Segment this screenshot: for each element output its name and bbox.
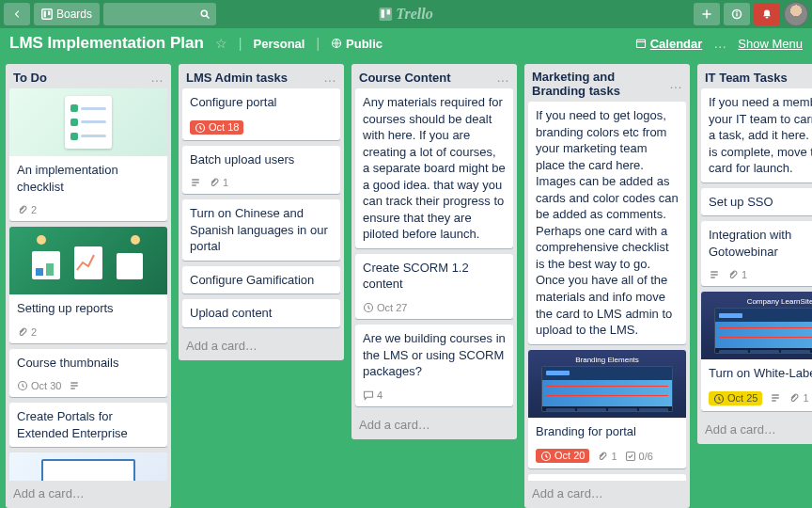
calendar-icon — [635, 38, 647, 49]
card-badges: Oct 20 1 0/6 — [528, 445, 686, 468]
card[interactable]: Turn on Chinese and Spanish languages in… — [182, 199, 340, 261]
card-title: If you need to get logos, branding color… — [536, 107, 679, 339]
card-badges: 1 — [701, 265, 812, 286]
card[interactable]: Create SCORM 1.2 content Oct 27 — [355, 254, 513, 319]
card-list: If you need to get logos, branding color… — [524, 102, 690, 481]
list-menu-button[interactable]: … — [669, 76, 682, 91]
add-card-button[interactable]: Add a card… — [179, 333, 344, 360]
header-left: Boards — [4, 3, 690, 25]
due-badge: Oct 25 — [709, 391, 762, 405]
boards-button[interactable]: Boards — [34, 3, 100, 25]
star-button[interactable]: ☆ — [215, 36, 227, 51]
card[interactable]: Are we building courses in the LMS or us… — [355, 325, 513, 406]
card[interactable]: Create Portals for Extended Enterprise — [9, 403, 167, 447]
card[interactable]: An implementation checklist 2 — [9, 88, 167, 221]
info-icon — [731, 8, 742, 20]
svg-rect-18 — [46, 263, 54, 276]
list-menu-button[interactable]: … — [150, 70, 164, 85]
list-title[interactable]: Marketing and Branding tasks — [532, 70, 669, 98]
card[interactable]: Course thumbnails Oct 30 — [9, 349, 167, 398]
trello-icon — [379, 8, 392, 21]
svg-point-3 — [201, 10, 207, 16]
card[interactable]: Branding ElementsBranding for portal Oct… — [528, 350, 686, 469]
list-title[interactable]: LMS Admin tasks — [186, 71, 288, 85]
header-right — [694, 2, 808, 26]
list: Marketing and Branding tasks…If you need… — [524, 64, 690, 508]
card-title: Any materials required for courses shoul… — [363, 94, 506, 243]
card[interactable]: Configure Gamification — [182, 266, 340, 294]
card-badges: 2 — [9, 323, 167, 343]
card-title: Are we building courses in the LMS or us… — [363, 330, 506, 380]
card-badges: Oct 30 — [9, 376, 167, 397]
card-title: Branding for portal — [536, 423, 679, 440]
card-cover — [9, 227, 167, 294]
list-header: To Do… — [6, 64, 171, 88]
card-title: Configure portal — [190, 94, 333, 111]
list-header: IT Team Tasks… — [697, 64, 812, 88]
card[interactable]: Gamifcation badges Nov 3 — [528, 474, 686, 481]
bell-icon — [761, 8, 773, 20]
list-menu-button[interactable]: … — [496, 70, 509, 85]
svg-rect-2 — [48, 11, 50, 16]
card[interactable]: If you need a member of your IT team to … — [701, 88, 812, 183]
global-header: Boards Trello — [0, 0, 812, 28]
list-header: Course Content… — [351, 64, 517, 88]
svg-rect-10 — [736, 11, 738, 13]
attachments-badge: 2 — [17, 326, 37, 338]
description-badge — [69, 380, 80, 391]
calendar-link[interactable]: Calendar — [635, 37, 703, 51]
card-badges: Oct 27 — [355, 298, 513, 319]
due-badge: Oct 27 — [363, 302, 407, 313]
create-button[interactable] — [694, 3, 720, 25]
card[interactable]: Any materials required for courses shoul… — [355, 88, 513, 248]
add-card-button[interactable]: Add a card… — [524, 481, 690, 508]
back-button[interactable] — [4, 3, 30, 25]
card-list: Any materials required for courses shoul… — [351, 88, 517, 412]
attachments-badge: 1 — [727, 269, 747, 280]
list-header: LMS Admin tasks… — [179, 64, 344, 88]
checklist-badge: 0/6 — [625, 451, 653, 462]
list-header: Marketing and Branding tasks… — [524, 64, 690, 102]
add-card-button[interactable]: Add a card… — [351, 412, 517, 439]
search-input[interactable] — [103, 3, 216, 25]
team-link[interactable]: Personal — [254, 37, 305, 51]
card-title: Turn on White-Labeling — [709, 365, 812, 382]
card-title: Setting up reports — [17, 300, 160, 317]
card[interactable]: If you need to get logos, branding color… — [528, 102, 686, 344]
card-badges: 4 — [355, 386, 513, 406]
notifications-button[interactable] — [754, 3, 780, 25]
add-card-button[interactable]: Add a card… — [6, 481, 171, 508]
trello-logo[interactable]: Trello — [379, 6, 432, 23]
svg-point-20 — [131, 235, 140, 245]
svg-rect-17 — [36, 268, 43, 276]
board-name[interactable]: LMS Implementation Plan — [9, 34, 204, 53]
card[interactable]: CERTIFICATECreate Certificates Oct 27 2 — [9, 452, 167, 481]
card-badges: 1 — [182, 173, 340, 194]
list-title[interactable]: Course Content — [359, 71, 451, 85]
svg-rect-7 — [387, 9, 391, 14]
show-menu-link[interactable]: Show Menu — [738, 37, 803, 51]
attachments-badge: 1 — [789, 392, 808, 404]
card[interactable]: Upload content — [182, 299, 340, 327]
user-avatar[interactable] — [784, 2, 808, 26]
svg-rect-15 — [74, 246, 102, 279]
list-title[interactable]: To Do — [13, 71, 47, 85]
plus-icon — [701, 8, 712, 20]
info-button[interactable] — [724, 3, 750, 25]
card[interactable]: Setting up reports 2 — [9, 227, 167, 343]
svg-line-4 — [207, 16, 210, 19]
card-badges: 2 — [9, 200, 167, 221]
card[interactable]: Configure portal Oct 18 — [182, 88, 340, 140]
list-title[interactable]: IT Team Tasks — [705, 71, 788, 85]
card-list: Configure portal Oct 18Batch upload user… — [179, 88, 344, 333]
due-badge: Oct 18 — [190, 120, 243, 135]
visibility-link[interactable]: Public — [331, 37, 383, 51]
card-title: Create Portals for Extended Enterprise — [17, 408, 160, 441]
card[interactable]: Integration with Gotowebinar 1 — [701, 221, 812, 286]
card[interactable]: Batch upload users 1 — [182, 146, 340, 195]
add-card-button[interactable]: Add a card… — [697, 417, 812, 444]
board-canvas[interactable]: To Do…An implementation checklist 2Setti… — [0, 58, 812, 508]
card[interactable]: Company LearnSiteTurn on White-Labeling … — [701, 292, 812, 411]
card[interactable]: Set up SSO — [701, 188, 812, 216]
list-menu-button[interactable]: … — [323, 70, 336, 85]
